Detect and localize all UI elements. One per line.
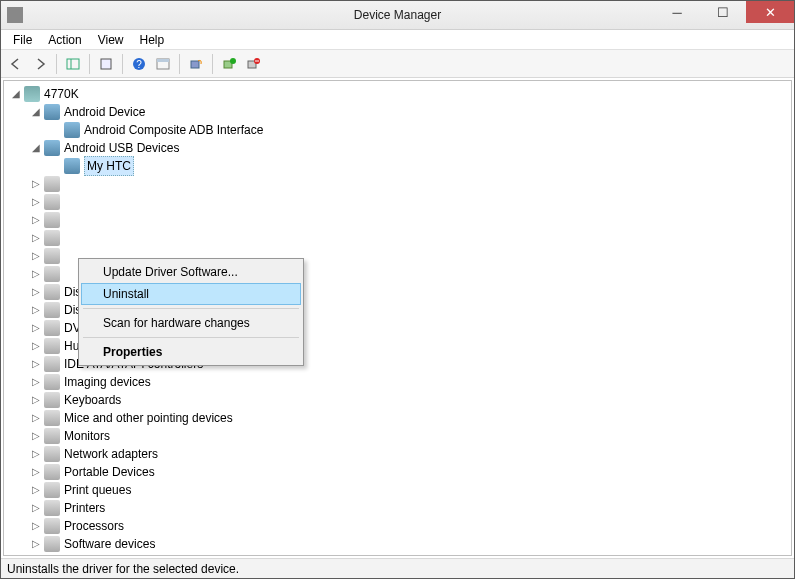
ctx-scan-hardware[interactable]: Scan for hardware changes — [81, 312, 301, 334]
help-button[interactable]: ? — [128, 53, 150, 75]
tree-label: Keyboards — [64, 391, 121, 409]
expand-icon[interactable]: ▷ — [30, 178, 42, 190]
expand-icon[interactable]: ▷ — [30, 466, 42, 478]
tree-item-android-adb[interactable]: Android Composite ADB Interface — [8, 121, 791, 139]
tree-item-my-htc[interactable]: My HTC — [8, 157, 791, 175]
spacer — [50, 124, 62, 136]
device-icon — [44, 338, 60, 354]
tree-category[interactable]: ▷Network adapters — [8, 445, 791, 463]
tree-category-android-device[interactable]: ◢ Android Device — [8, 103, 791, 121]
device-icon — [44, 500, 60, 516]
phone-icon — [64, 122, 80, 138]
tree-root[interactable]: ◢ 4770K — [8, 85, 791, 103]
toolbar: ? — [1, 50, 794, 78]
tree-label: Android Composite ADB Interface — [84, 121, 263, 139]
close-button[interactable]: ✕ — [746, 1, 794, 23]
svg-rect-0 — [67, 59, 79, 69]
app-icon — [7, 7, 23, 23]
tree-root-label: 4770K — [44, 85, 79, 103]
tree-label: Android USB Devices — [64, 139, 179, 157]
expand-icon[interactable]: ▷ — [30, 394, 42, 406]
menu-view[interactable]: View — [90, 31, 132, 49]
uninstall-button[interactable] — [242, 53, 264, 75]
pane-icon — [156, 57, 170, 71]
menu-action[interactable]: Action — [40, 31, 89, 49]
collapse-icon[interactable]: ◢ — [10, 88, 22, 100]
tree-category[interactable]: ▷Software devices — [8, 535, 791, 553]
svg-rect-6 — [157, 59, 169, 62]
tree-category[interactable]: ▷Keyboards — [8, 391, 791, 409]
tree-category[interactable]: ▷Printers — [8, 499, 791, 517]
expand-icon[interactable]: ▷ — [30, 538, 42, 550]
tree-label: Software devices — [64, 535, 155, 553]
expand-icon[interactable]: ▷ — [30, 430, 42, 442]
device-icon — [44, 320, 60, 336]
scan-hardware-button[interactable] — [185, 53, 207, 75]
tree-category[interactable]: ▷Processors — [8, 517, 791, 535]
device-icon — [44, 446, 60, 462]
expand-icon[interactable]: ▷ — [30, 322, 42, 334]
expand-icon[interactable]: ▷ — [30, 376, 42, 388]
menu-file[interactable]: File — [5, 31, 40, 49]
expand-icon[interactable]: ▷ — [30, 340, 42, 352]
expand-icon[interactable]: ▷ — [30, 250, 42, 262]
tree-label: Print queues — [64, 481, 131, 499]
tree-label — [64, 211, 67, 229]
maximize-button[interactable]: ☐ — [700, 1, 746, 23]
forward-button[interactable] — [29, 53, 51, 75]
tree-label — [64, 247, 67, 265]
menu-bar: File Action View Help — [1, 30, 794, 50]
collapse-icon[interactable]: ◢ — [30, 106, 42, 118]
phone-icon — [64, 158, 80, 174]
expand-icon[interactable]: ▷ — [30, 214, 42, 226]
help-icon: ? — [132, 57, 146, 71]
menu-help[interactable]: Help — [132, 31, 173, 49]
expand-icon[interactable]: ▷ — [30, 412, 42, 424]
tree-label: Monitors — [64, 427, 110, 445]
expand-icon[interactable]: ▷ — [30, 502, 42, 514]
expand-icon[interactable]: ▷ — [30, 286, 42, 298]
expand-icon[interactable]: ▷ — [30, 484, 42, 496]
window-controls: ─ ☐ ✕ — [654, 1, 794, 23]
tree-category[interactable]: ▷Mice and other pointing devices — [8, 409, 791, 427]
show-hide-tree-button[interactable] — [62, 53, 84, 75]
tree-category-android-usb[interactable]: ◢ Android USB Devices — [8, 139, 791, 157]
expand-icon[interactable]: ▷ — [30, 304, 42, 316]
tree-label — [64, 265, 67, 283]
minimize-button[interactable]: ─ — [654, 1, 700, 23]
ctx-uninstall[interactable]: Uninstall — [81, 283, 301, 305]
expand-icon[interactable]: ▷ — [30, 232, 42, 244]
action-pane-button[interactable] — [152, 53, 174, 75]
properties-button[interactable] — [95, 53, 117, 75]
tree-category[interactable]: ▷Imaging devices — [8, 373, 791, 391]
ctx-properties[interactable]: Properties — [81, 341, 301, 363]
tree-category-hidden[interactable]: ▷ — [8, 193, 791, 211]
tree-category[interactable]: ▷Print queues — [8, 481, 791, 499]
back-button[interactable] — [5, 53, 27, 75]
expand-icon[interactable]: ▷ — [30, 520, 42, 532]
expand-icon[interactable]: ▷ — [30, 448, 42, 460]
toolbar-separator — [122, 54, 123, 74]
tree-category[interactable]: ▷Portable Devices — [8, 463, 791, 481]
tree-label — [64, 175, 67, 193]
device-icon — [44, 410, 60, 426]
ctx-update-driver[interactable]: Update Driver Software... — [81, 261, 301, 283]
device-icon — [44, 356, 60, 372]
scan-icon — [189, 57, 203, 71]
toolbar-separator — [212, 54, 213, 74]
toolbar-separator — [89, 54, 90, 74]
device-icon — [44, 194, 60, 210]
tree-category[interactable]: ▷Monitors — [8, 427, 791, 445]
status-bar: Uninstalls the driver for the selected d… — [1, 558, 794, 579]
tree-category-hidden[interactable]: ▷ — [8, 211, 791, 229]
update-driver-button[interactable] — [218, 53, 240, 75]
tree-category-hidden[interactable]: ▷ — [8, 175, 791, 193]
device-icon — [44, 302, 60, 318]
collapse-icon[interactable]: ◢ — [30, 142, 42, 154]
expand-icon[interactable]: ▷ — [30, 358, 42, 370]
expand-icon[interactable]: ▷ — [30, 268, 42, 280]
tree-label: Processors — [64, 517, 124, 535]
expand-icon[interactable]: ▷ — [30, 196, 42, 208]
toolbar-separator — [56, 54, 57, 74]
tree-category-hidden[interactable]: ▷ — [8, 229, 791, 247]
